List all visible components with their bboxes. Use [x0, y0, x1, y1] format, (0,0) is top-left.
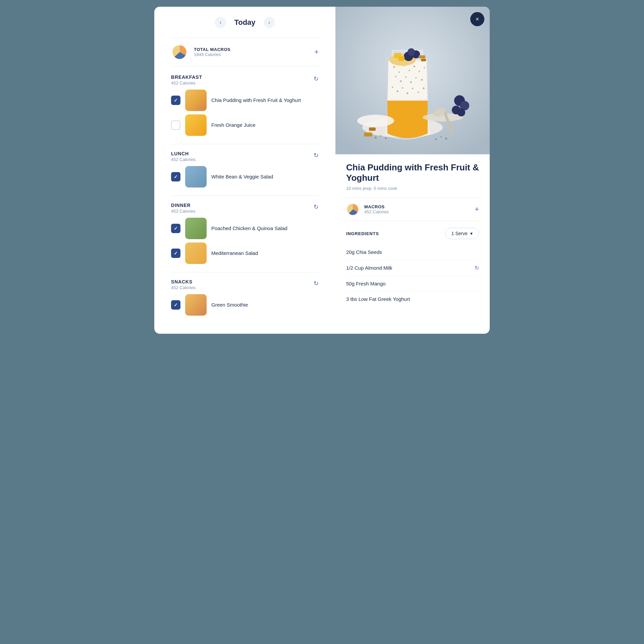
checkbox-med[interactable]	[171, 249, 180, 258]
meal-calories-snacks: 452 Calories	[171, 285, 196, 290]
serve-dropdown-button[interactable]: 1 Serve ▾	[445, 228, 479, 239]
ingredient-item: 1/2 Cup Almond Milk ↻	[346, 260, 479, 276]
meal-section-snacks: SNACKS 452 Calories ↻ Green Smoothie	[171, 279, 319, 316]
checkbox-oj[interactable]	[171, 120, 180, 130]
food-thumbnail-chia	[185, 90, 207, 111]
recipe-macros-calories: 452 Calories	[364, 209, 389, 214]
food-name-oj: Fresh Orange Juice	[211, 122, 256, 128]
svg-point-39	[385, 138, 387, 139]
add-macros-button[interactable]: +	[314, 48, 319, 56]
macros-left: TOTAL MACROS 1849 Calories	[171, 43, 230, 61]
meal-items-snacks: Green Smoothie	[171, 294, 319, 316]
svg-point-38	[380, 135, 381, 137]
meal-header-snacks: SNACKS 452 Calories ↻	[171, 279, 319, 290]
ingredient-name-mango: 50g Fresh Mango	[346, 281, 386, 286]
close-recipe-button[interactable]: ×	[470, 12, 484, 26]
meal-calories-lunch: 452 Calories	[171, 157, 196, 162]
recipe-macros-pie	[346, 203, 360, 216]
list-item[interactable]: Green Smoothie	[171, 294, 319, 316]
meal-items-breakfast: Chia Pudding with Fresh Fruit & Yoghurt …	[171, 90, 319, 136]
meal-title-snacks: SNACKS	[171, 279, 196, 284]
meal-header-breakfast: BREAKFAST 452 Calories ↻	[171, 74, 319, 86]
refresh-lunch-button[interactable]: ↻	[314, 151, 319, 159]
refresh-breakfast-button[interactable]: ↻	[314, 74, 319, 83]
chevron-left-icon: ‹	[220, 19, 221, 25]
recipe-macros-label: MACROS	[364, 204, 389, 209]
ingredient-item: 3 tbs Low Fat Greek Yoghurt	[346, 291, 479, 307]
prev-day-button[interactable]: ‹	[215, 17, 226, 28]
svg-point-41	[440, 136, 442, 138]
svg-rect-31	[421, 59, 426, 61]
list-item[interactable]: Fresh Orange Juice	[171, 114, 319, 136]
refresh-snacks-button[interactable]: ↻	[314, 279, 319, 287]
svg-point-10	[424, 67, 425, 68]
date-nav: ‹ Today ›	[171, 17, 319, 28]
ingredients-header: INGREDIENTS 1 Serve ▾	[346, 228, 479, 239]
ingredients-label: INGREDIENTS	[346, 231, 379, 236]
ingredient-swap-almond-milk[interactable]: ↻	[475, 265, 479, 271]
svg-rect-30	[419, 55, 425, 58]
svg-point-40	[435, 139, 437, 140]
recipe-content: Chia Pudding with Fresh Fruit & Yoghurt …	[335, 154, 490, 334]
chevron-right-icon: ›	[268, 19, 270, 25]
checkbox-pq[interactable]	[171, 224, 180, 233]
macros-summary: TOTAL MACROS 1849 Calories +	[171, 38, 319, 66]
checkbox-gs[interactable]	[171, 300, 180, 310]
svg-point-23	[423, 88, 425, 89]
svg-point-20	[407, 93, 409, 94]
svg-point-14	[410, 82, 412, 83]
svg-point-9	[419, 71, 420, 72]
svg-point-42	[445, 138, 447, 140]
food-thumbnail-wb	[185, 166, 207, 187]
food-thumbnail-med	[185, 243, 207, 264]
meal-section-dinner: DINNER 452 Calories ↻ Poached Chicken & …	[171, 203, 319, 264]
list-item[interactable]: White Bean & Veggie Salad	[171, 166, 319, 187]
macros-label: TOTAL MACROS	[194, 47, 230, 52]
divider-lunch	[171, 196, 319, 196]
meal-calories-breakfast: 452 Calories	[171, 80, 202, 86]
list-item[interactable]: Mediterranean Salad	[171, 243, 319, 264]
meal-title-breakfast: BREAKFAST	[171, 74, 202, 80]
svg-point-19	[402, 87, 403, 89]
meal-title-group-lunch: LUNCH 452 Calories	[171, 151, 196, 162]
svg-point-21	[412, 88, 413, 89]
svg-point-18	[397, 91, 398, 92]
svg-rect-44	[369, 127, 376, 131]
recipe-macros-text: MACROS 452 Calories	[364, 204, 389, 214]
meal-items-dinner: Poached Chicken & Quinoa Salad Mediterra…	[171, 218, 319, 264]
close-icon: ×	[476, 16, 479, 23]
recipe-macros-left: MACROS 452 Calories	[346, 203, 389, 216]
recipe-macros: MACROS 452 Calories +	[346, 198, 479, 221]
svg-point-11	[395, 76, 396, 77]
food-thumbnail-gs	[185, 294, 207, 316]
svg-point-17	[392, 87, 393, 88]
left-panel: ‹ Today › TOTAL MACROS 1849 Calories	[154, 7, 335, 334]
macros-calories: 1849 Calories	[194, 52, 230, 57]
food-name-pq: Poached Chicken & Quinoa Salad	[211, 225, 287, 232]
add-recipe-macros-button[interactable]: +	[475, 205, 479, 214]
ingredient-name-almond-milk: 1/2 Cup Almond Milk	[346, 265, 392, 271]
meal-title-dinner: DINNER	[171, 203, 196, 208]
svg-point-4	[393, 66, 395, 68]
svg-rect-43	[364, 132, 372, 137]
recipe-illustration	[335, 7, 490, 154]
checkbox-chia[interactable]	[171, 96, 180, 105]
svg-point-8	[414, 66, 415, 67]
food-name-med: Mediterranean Salad	[211, 250, 258, 257]
checkbox-wb[interactable]	[171, 172, 180, 181]
recipe-image: ×	[335, 7, 490, 154]
refresh-dinner-button[interactable]: ↻	[314, 203, 319, 211]
recipe-panel: × Chia Pudding with Fresh Fruit & Yoghur…	[335, 7, 490, 334]
food-thumbnail-oj	[185, 114, 207, 136]
next-day-button[interactable]: ›	[264, 17, 275, 28]
macros-text: TOTAL MACROS 1849 Calories	[194, 47, 230, 57]
app-container: ‹ Today › TOTAL MACROS 1849 Calories	[154, 7, 490, 334]
meal-header-dinner: DINNER 452 Calories ↻	[171, 203, 319, 214]
meal-calories-dinner: 452 Calories	[171, 209, 196, 214]
food-name-chia: Chia Pudding with Fresh Fruit & Yoghurt	[211, 97, 301, 104]
list-item[interactable]: Poached Chicken & Quinoa Salad	[171, 218, 319, 239]
svg-point-12	[400, 80, 402, 82]
svg-rect-29	[398, 56, 405, 61]
meal-items-lunch: White Bean & Veggie Salad	[171, 166, 319, 187]
list-item[interactable]: Chia Pudding with Fresh Fruit & Yoghurt	[171, 90, 319, 111]
